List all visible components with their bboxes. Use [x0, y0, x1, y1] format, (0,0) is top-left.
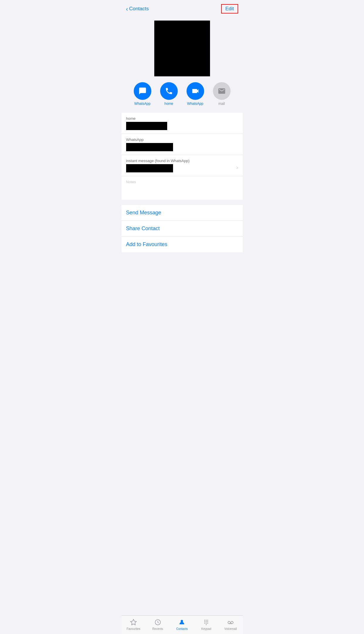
add-favourites-button[interactable]: Add to Favourites — [121, 237, 243, 252]
action-list: Send Message Share Contact Add to Favour… — [121, 205, 243, 252]
back-chevron-icon: ‹ — [126, 6, 128, 12]
action-label-home-call: home — [164, 102, 173, 106]
phone-icon — [165, 87, 173, 95]
instant-message-label: instant message (found in WhatsApp) — [126, 159, 236, 163]
whatsapp-row: WhatsApp — [121, 134, 243, 155]
instant-message-value-redacted — [126, 164, 173, 172]
instant-message-row[interactable]: instant message (found in WhatsApp) › — [121, 155, 243, 176]
action-circle-whatsapp-message — [134, 82, 151, 100]
action-whatsapp-message[interactable]: WhatsApp — [134, 82, 151, 106]
send-message-button[interactable]: Send Message — [121, 205, 243, 221]
phone-label: home — [126, 116, 238, 121]
info-section: home WhatsApp instant message (found in … — [121, 113, 243, 200]
action-row: WhatsApp home WhatsApp mail — [121, 82, 243, 113]
instant-message-left: instant message (found in WhatsApp) — [126, 159, 236, 172]
notes-label: Notes — [126, 180, 238, 184]
phone-value-redacted — [126, 122, 167, 130]
action-circle-mail — [213, 82, 231, 100]
action-circle-whatsapp-video — [187, 82, 204, 100]
action-mail[interactable]: mail — [213, 82, 231, 106]
message-icon — [138, 87, 147, 95]
action-label-whatsapp-message: WhatsApp — [134, 102, 150, 106]
mail-icon — [218, 87, 226, 95]
back-label: Contacts — [129, 6, 149, 12]
video-icon — [191, 87, 199, 95]
whatsapp-value-redacted — [126, 143, 173, 151]
whatsapp-label: WhatsApp — [126, 137, 238, 142]
photo-section — [121, 16, 243, 82]
phone-row: home — [121, 113, 243, 134]
action-circle-home-call — [160, 82, 178, 100]
action-whatsapp-video[interactable]: WhatsApp — [187, 82, 204, 106]
notes-row: Notes — [121, 176, 243, 200]
edit-button[interactable]: Edit — [221, 4, 238, 14]
action-label-whatsapp-video: WhatsApp — [187, 102, 203, 106]
header: ‹ Contacts Edit — [121, 0, 243, 16]
contact-photo — [154, 21, 210, 76]
action-home-call[interactable]: home — [160, 82, 178, 106]
share-contact-button[interactable]: Share Contact — [121, 221, 243, 237]
back-button[interactable]: ‹ Contacts — [126, 6, 149, 12]
action-label-mail: mail — [218, 102, 225, 106]
chevron-right-icon: › — [236, 164, 238, 171]
